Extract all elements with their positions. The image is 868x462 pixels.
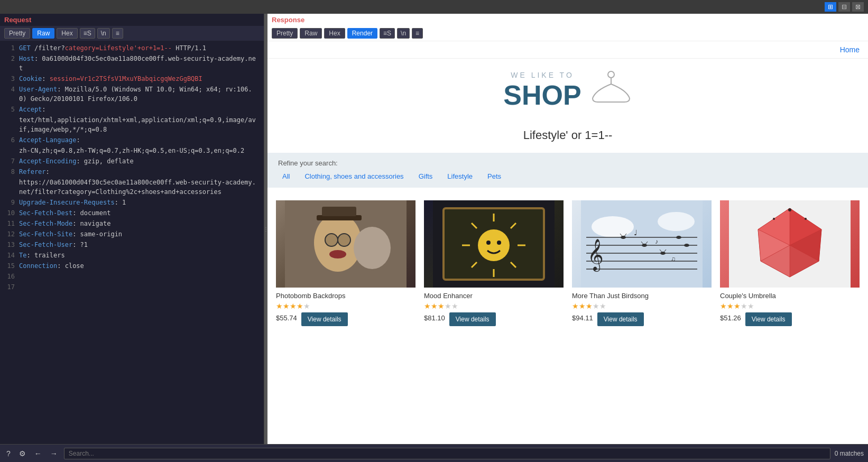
request-raw-btn[interactable]: Raw (32, 28, 54, 39)
product-card[interactable]: 𝄞 (568, 196, 716, 330)
code-line: 11 Sec-Fetch-Mode: navigate (0, 218, 264, 229)
forward-btn[interactable]: → (48, 448, 60, 459)
code-line: 12 Sec-Fetch-Site: same-origin (0, 229, 264, 239)
request-pretty-btn[interactable]: Pretty (4, 28, 30, 39)
settings-btn[interactable]: ⚙ (17, 448, 28, 459)
svg-point-55 (788, 208, 791, 211)
code-line: text/html,application/xhtml+xml,applicat… (0, 115, 264, 135)
product-price: $51.26 (720, 314, 741, 322)
svg-point-0 (608, 71, 614, 78)
code-line: 14 Te: trailers (0, 250, 264, 261)
svg-rect-9 (322, 207, 356, 216)
code-line: 10 Sec-Fetch-Dest: document (0, 208, 264, 218)
shop-we-like: WE LIKE TO (503, 71, 581, 79)
matches-count: 0 matches (835, 450, 864, 457)
product-image: 𝄞 (572, 200, 712, 288)
product-card[interactable]: Photobomb Backdrops ★★★★★ $55.74 View de… (272, 196, 420, 330)
product-name: Mood Enhancer (424, 292, 564, 300)
view-details-btn[interactable]: View details (301, 312, 348, 326)
shop-nav: Home (267, 41, 868, 59)
svg-point-43 (684, 244, 689, 247)
product-price-row: $81.10 View details (424, 312, 564, 326)
top-bar: ⊞ ⊟ ⊠ (0, 0, 868, 14)
svg-point-42 (676, 236, 681, 239)
code-line: 8 Referer: (0, 167, 264, 177)
svg-text:♪: ♪ (655, 238, 658, 245)
svg-text:𝄞: 𝄞 (587, 239, 604, 272)
refine-gifts[interactable]: Gifts (414, 171, 437, 181)
product-card[interactable]: Mood Enhancer ★★★★★ $81.10 View details (420, 196, 568, 330)
product-price-row: $94.11 View details (572, 312, 712, 326)
refine-pets[interactable]: Pets (483, 171, 505, 181)
svg-point-10 (329, 250, 346, 258)
request-toolbar: Pretty Raw Hex ≡S \n ≡ (0, 26, 264, 41)
svg-point-22 (486, 241, 491, 245)
code-line: 6 Accept-Language: (0, 135, 264, 145)
product-stars: ★★★★★ (424, 302, 564, 310)
product-name: More Than Just Birdsong (572, 292, 712, 300)
response-content-area[interactable]: Home WE LIKE TO SHOP (267, 41, 868, 444)
product-stars: ★★★★★ (572, 302, 712, 310)
response-newline-btn[interactable]: \n (397, 28, 410, 39)
product-card[interactable]: Couple's Umbrella ★★★★★ $51.26 View deta… (716, 196, 864, 330)
refine-clothing[interactable]: Clothing, shoes and accessories (300, 171, 408, 181)
svg-point-4 (354, 227, 391, 269)
main-area: Request Pretty Raw Hex ≡S \n ≡ 1 GET /fi… (0, 14, 868, 444)
svg-text:♩: ♩ (634, 228, 638, 237)
response-hex-btn[interactable]: Hex (324, 28, 345, 39)
view-details-btn[interactable]: View details (597, 312, 644, 326)
help-btn[interactable]: ? (4, 448, 13, 459)
svg-point-57 (773, 218, 775, 220)
response-raw-btn[interactable]: Raw (300, 28, 322, 39)
product-price-row: $51.26 View details (720, 312, 860, 326)
svg-point-36 (642, 244, 647, 247)
request-menu-btn[interactable]: ≡ (112, 28, 123, 39)
view-details-btn[interactable]: View details (745, 312, 792, 326)
shop-title: SHOP (503, 79, 581, 111)
svg-text:♫: ♫ (671, 255, 676, 263)
refine-all[interactable]: All (278, 171, 294, 181)
response-menu-btn[interactable]: ≡ (412, 28, 423, 39)
svg-point-13 (478, 229, 510, 261)
product-price-row: $55.74 View details (276, 312, 415, 326)
code-line: 2 Host: 0a61000d04f30c5ec0ae11a800ce00ff… (0, 53, 264, 73)
layout-btn-grid[interactable]: ⊞ (825, 2, 836, 12)
code-line: 1 GET /filter?category=Lifestyle'+or+1=1… (0, 43, 264, 53)
request-code-area[interactable]: 1 GET /filter?category=Lifestyle'+or+1=1… (0, 41, 264, 444)
response-format-btn[interactable]: ≡S (380, 28, 395, 39)
product-name: Couple's Umbrella (720, 292, 860, 300)
hanger-icon (590, 69, 632, 113)
svg-point-6 (338, 234, 350, 246)
refine-bar: Refine your search: All Clothing, shoes … (267, 153, 868, 188)
search-input[interactable] (64, 448, 830, 459)
view-details-btn[interactable]: View details (449, 312, 496, 326)
code-line: 9 Upgrade-Insecure-Requests: 1 (0, 197, 264, 208)
back-btn[interactable]: ← (32, 448, 44, 459)
svg-point-39 (660, 252, 666, 255)
products-grid: Photobomb Backdrops ★★★★★ $55.74 View de… (267, 196, 868, 330)
request-format-btn[interactable]: ≡S (80, 28, 95, 39)
response-render-btn[interactable]: Render (347, 28, 377, 39)
code-line: 15 Connection: close (0, 261, 264, 271)
request-hex-btn[interactable]: Hex (57, 28, 77, 39)
response-pretty-btn[interactable]: Pretty (272, 28, 298, 39)
search-result-title: Lifestyle' or 1=1-- (267, 123, 868, 153)
code-line: 16 (0, 271, 264, 282)
shop-header: WE LIKE TO SHOP (267, 59, 868, 123)
request-panel: Request Pretty Raw Hex ≡S \n ≡ 1 GET /fi… (0, 14, 264, 444)
refine-links: All Clothing, shoes and accessories Gift… (278, 171, 857, 181)
response-header: Response (267, 14, 868, 26)
svg-point-33 (621, 236, 626, 239)
code-line: 13 Sec-Fetch-User: ?1 (0, 239, 264, 250)
product-image (720, 200, 860, 288)
product-stars: ★★★★★ (276, 302, 415, 310)
product-price: $81.10 (424, 314, 445, 322)
svg-point-25 (592, 216, 634, 237)
request-newline-btn[interactable]: \n (97, 28, 110, 39)
response-toolbar: Pretty Raw Hex Render ≡S \n ≡ (267, 26, 868, 41)
refine-lifestyle[interactable]: Lifestyle (443, 171, 477, 181)
layout-btn-list[interactable]: ⊟ (838, 2, 850, 12)
layout-btn-close[interactable]: ⊠ (852, 2, 864, 12)
product-stars: ★★★★★ (720, 302, 860, 310)
home-link[interactable]: Home (840, 45, 860, 54)
